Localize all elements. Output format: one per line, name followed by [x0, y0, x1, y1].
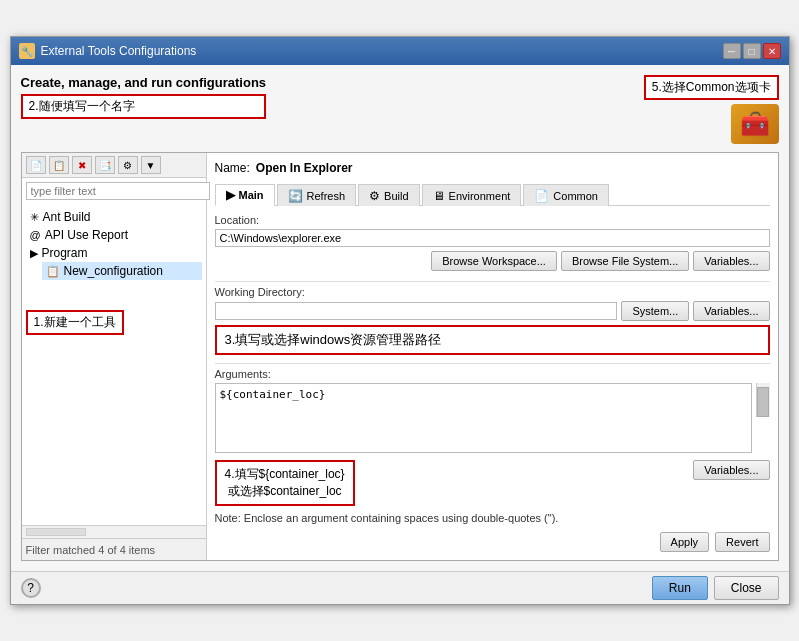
sidebar-toolbar: 📄 📋 ✖ 📑 ⚙ ▼ [22, 153, 206, 178]
main-content: 📄 📋 ✖ 📑 ⚙ ▼ ✳ Ant Build @ API Use Repor [21, 152, 779, 561]
annotation-1: 1.新建一个工具 [26, 310, 124, 335]
annotation-3: 3.填写或选择windows资源管理器路径 [215, 325, 770, 355]
browse-file-button[interactable]: Browse File System... [561, 251, 689, 271]
tab-common[interactable]: 📄 Common [523, 184, 609, 206]
tree-item-ant-build[interactable]: ✳ Ant Build [26, 208, 202, 226]
tab-refresh[interactable]: 🔄 Refresh [277, 184, 357, 206]
new-config-button[interactable]: 📄 [26, 156, 46, 174]
apply-button[interactable]: Apply [660, 532, 710, 552]
arguments-section: Arguments: 4.填写${container_loc} 或选择$cont… [215, 368, 770, 524]
main-window: 🔧 External Tools Configurations ─ □ ✕ Cr… [10, 36, 790, 605]
working-dir-system-button[interactable]: System... [621, 301, 689, 321]
close-dialog-button[interactable]: Close [714, 576, 779, 600]
help-button[interactable]: ? [21, 578, 41, 598]
ant-icon: ✳ [30, 211, 39, 224]
tab-environment[interactable]: 🖥 Environment [422, 184, 522, 206]
title-bar: 🔧 External Tools Configurations ─ □ ✕ [11, 37, 789, 65]
tree-item-new-config[interactable]: 📋 New_configuration [42, 262, 202, 280]
variables-2-button[interactable]: Variables... [693, 301, 769, 321]
env-tab-icon: 🖥 [433, 189, 445, 203]
location-buttons: Browse Workspace... Browse File System..… [215, 251, 770, 271]
working-dir-label: Working Directory: [215, 286, 770, 298]
delete-button[interactable]: ✖ [72, 156, 92, 174]
import-button[interactable]: 📑 [95, 156, 115, 174]
header-title: Create, manage, and run configurations [21, 75, 267, 90]
arguments-label: Arguments: [215, 368, 770, 380]
dropdown-button[interactable]: ▼ [141, 156, 161, 174]
title-controls: ─ □ ✕ [723, 43, 781, 59]
annotation-2: 2.随便填写一个名字 [21, 94, 267, 119]
name-row: Name: Open In Explorer [215, 161, 770, 175]
right-panel: Name: Open In Explorer ▶ Main 🔄 Refresh … [207, 153, 778, 560]
program-icon: ▶ [30, 247, 38, 260]
variables-1-button[interactable]: Variables... [693, 251, 769, 271]
tree-item-api[interactable]: @ API Use Report [26, 226, 202, 244]
filter-input[interactable] [26, 182, 210, 200]
scroll-thumb [757, 387, 769, 417]
working-dir-section: Working Directory: System... Variables..… [215, 286, 770, 359]
tab-build[interactable]: ⚙ Build [358, 184, 419, 206]
divider-1 [215, 281, 770, 282]
arguments-scrollbar[interactable] [756, 383, 770, 417]
location-label: Location: [215, 214, 770, 226]
location-section: Location: Browse Workspace... Browse Fil… [215, 214, 770, 277]
arguments-textarea[interactable] [215, 383, 752, 453]
working-dir-input[interactable] [215, 302, 618, 320]
footer-bar: ? Run Close [11, 571, 789, 604]
collapse-button[interactable]: ⚙ [118, 156, 138, 174]
toolbox-icon: 🧰 [731, 104, 779, 144]
tree-area: ✳ Ant Build @ API Use Report ▶ Program 📋 [22, 204, 206, 525]
sidebar: 📄 📋 ✖ 📑 ⚙ ▼ ✳ Ant Build @ API Use Repor [22, 153, 207, 560]
annotation-5: 5.选择Common选项卡 [644, 75, 779, 100]
window-title: External Tools Configurations [41, 44, 197, 58]
run-button[interactable]: Run [652, 576, 708, 600]
filter-status: Filter matched 4 of 4 items [22, 538, 206, 560]
annotation-4: 4.填写${container_loc} 或选择$container_loc [215, 460, 355, 506]
browse-workspace-button[interactable]: Browse Workspace... [431, 251, 557, 271]
name-label: Name: [215, 161, 250, 175]
copy-button[interactable]: 📋 [49, 156, 69, 174]
divider-2 [215, 363, 770, 364]
header-area: Create, manage, and run configurations 2… [21, 75, 779, 144]
revert-button[interactable]: Revert [715, 532, 769, 552]
window-icon: 🔧 [19, 43, 35, 59]
refresh-tab-icon: 🔄 [288, 189, 303, 203]
build-tab-icon: ⚙ [369, 189, 380, 203]
tabs-bar: ▶ Main 🔄 Refresh ⚙ Build 🖥 Environment [215, 183, 770, 206]
main-tab-icon: ▶ [226, 188, 235, 202]
maximize-button[interactable]: □ [743, 43, 761, 59]
tree-item-program[interactable]: ▶ Program [26, 244, 202, 262]
variables-3-button[interactable]: Variables... [693, 460, 769, 480]
api-icon: @ [30, 229, 41, 241]
minimize-button[interactable]: ─ [723, 43, 741, 59]
common-tab-icon: 📄 [534, 189, 549, 203]
location-input[interactable] [215, 229, 770, 247]
config-icon: 📋 [46, 265, 60, 278]
window-body: Create, manage, and run configurations 2… [11, 65, 789, 571]
tab-main[interactable]: ▶ Main [215, 184, 275, 206]
name-value: Open In Explorer [256, 161, 353, 175]
close-button[interactable]: ✕ [763, 43, 781, 59]
note-text: Note: Enclose an argument containing spa… [215, 512, 770, 524]
